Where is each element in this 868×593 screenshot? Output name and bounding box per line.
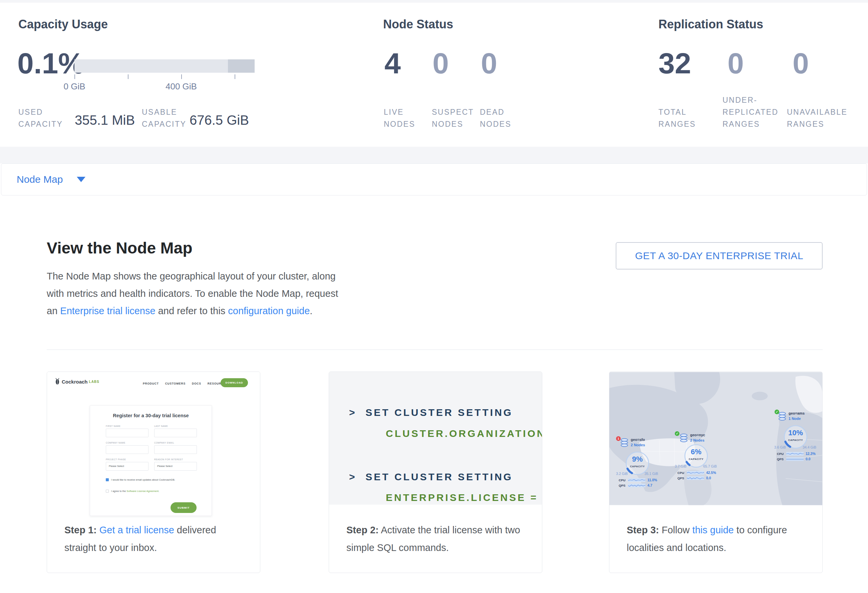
cluster-overview-page: Capacity Usage 0.1% 0 GiB 400 GiB USED C… [0, 0, 868, 593]
license-agreement-checkbox: I agree to the Software License Agreemen… [106, 490, 202, 493]
page-title: View the Node Map [47, 239, 193, 257]
under-replicated-ranges-label: UNDER- REPLICATED RANGES [722, 94, 779, 130]
nodemap-dropdown-bar[interactable]: Node Map [1, 163, 867, 196]
capacity-bar-nonusable-segment [228, 59, 255, 73]
cpu-sparkline-icon [628, 478, 645, 482]
enterprise-trial-license-link[interactable]: Enterprise trial license [60, 306, 155, 316]
cpu-metric: CPU 11.0% [619, 478, 658, 482]
nodemap-enterprise-section: View the Node Map The Node Map shows the… [0, 196, 868, 593]
company-email-input [154, 445, 197, 454]
cpu-metric: CPU 42.5% [678, 471, 717, 475]
total-ranges-label: TOTAL RANGES [658, 106, 696, 130]
sql-statement: > SET CLUSTER SETTING [349, 471, 513, 483]
chevron-down-icon[interactable] [77, 177, 86, 182]
step3-caption: Step 3: Follow this guide to configure l… [627, 521, 809, 557]
get-enterprise-trial-button[interactable]: GET A 30-DAY ENTERPRISE TRIAL [616, 242, 822, 269]
cockroach-labs-logo: Cockroach LABS [55, 378, 99, 385]
qps-sparkline-icon [786, 457, 804, 461]
qps-sparkline-icon [687, 476, 704, 480]
project-phase-select: Please Select [106, 462, 149, 471]
live-nodes-label: LIVE NODES [384, 106, 415, 130]
live-nodes-value: 4 [384, 49, 401, 78]
submit-button: SUBMIT [171, 502, 196, 513]
configuration-guide-link[interactable]: configuration guide [228, 306, 310, 316]
qps-sparkline-icon [628, 484, 645, 487]
field-label: PROJECT PHASE [106, 458, 126, 461]
qps-metric: QPS 0.0 [777, 457, 816, 461]
dead-nodes-label: DEAD NODES [480, 106, 511, 130]
cpu-sparkline-icon [786, 452, 804, 456]
used-capacity-value: 355.1 MiB [75, 113, 135, 128]
nav-item: DOCS [192, 382, 201, 385]
get-trial-license-link[interactable]: Get a trial license [99, 525, 174, 535]
cluster-summary-panel: Capacity Usage 0.1% 0 GiB 400 GiB USED C… [0, 3, 868, 147]
download-button: DOWNLOAD [221, 378, 248, 387]
last-name-input [154, 428, 197, 437]
sql-argument: CLUSTER.ORGANIZATION = [386, 428, 542, 439]
intro-paragraph: The Node Map shows the geographical layo… [47, 268, 350, 319]
usable-capacity-label: USABLE CAPACITY [142, 106, 186, 130]
axis-tick [181, 74, 182, 79]
field-label: COMPANY NAME [106, 441, 125, 444]
step2-caption: Step 2: Activate the trial license with … [346, 521, 528, 557]
nav-item: PRODUCT [143, 382, 159, 385]
node-map-preview: 1 geo=sfo 2 Nodes 9% CAPACITY 3.2 GiB35.… [610, 372, 822, 505]
used-capacity-label: USED CAPACITY [18, 106, 63, 130]
step3-card: 1 geo=sfo 2 Nodes 9% CAPACITY 3.2 GiB35.… [609, 372, 822, 573]
check-badge-icon: ✓ [675, 431, 679, 436]
form-title: Register for a 30-day trial license [90, 413, 211, 418]
unavailable-ranges-value: 0 [793, 49, 809, 78]
trial-signup-screenshot: Cockroach LABS PRODUCT CUSTOMERS DOCS RE… [47, 372, 260, 520]
used-gib: 3.6 GiB [774, 445, 786, 449]
total-ranges-value: 32 [658, 49, 691, 78]
step1-card: Cockroach LABS PRODUCT CUSTOMERS DOCS RE… [47, 372, 260, 573]
unavailable-ranges-label: UNAVAILABLE RANGES [787, 106, 847, 130]
sql-argument: ENTERPRISE.LICENSE = [386, 492, 538, 503]
section-gap [0, 147, 868, 163]
cpu-metric: CPU 12.3% [777, 452, 816, 456]
this-guide-link[interactable]: this guide [692, 525, 734, 535]
total-gib: 34.4 GiB [803, 445, 816, 449]
qps-metric: QPS 0.0 [678, 476, 717, 480]
axis-tick [74, 74, 75, 79]
field-label: REASON FOR INTEREST [154, 458, 183, 461]
first-name-input [106, 428, 149, 437]
sql-code-illustration: > SET CLUSTER SETTING CLUSTER.ORGANIZATI… [329, 372, 542, 505]
intro-text: and refer to this [155, 306, 228, 316]
under-replicated-ranges-value: 0 [728, 49, 744, 78]
intro-text: . [310, 306, 312, 316]
nodemap-dropdown-label[interactable]: Node Map [17, 174, 63, 185]
axis-tick-label: 0 GiB [51, 81, 98, 92]
email-updates-checkbox: I would like to receive email updates ab… [106, 478, 202, 481]
usable-capacity-value: 676.5 GiB [190, 113, 249, 128]
cockroach-bug-icon [55, 378, 60, 385]
trial-license-form: Register for a 30-day trial license FIRS… [90, 405, 212, 516]
field-label: FIRST NAME [106, 425, 121, 427]
used-gib: 3.7 GiB [675, 464, 686, 468]
nav-item: CUSTOMERS [165, 382, 186, 385]
reason-select: Please Select [154, 462, 197, 471]
database-nodes-icon [620, 438, 629, 447]
checkbox-empty-icon [106, 490, 109, 493]
suspect-nodes-label: SUSPECT NODES [432, 106, 474, 130]
axis-tick [235, 74, 235, 79]
axis-tick-label: 400 GiB [158, 81, 205, 92]
step2-card: > SET CLUSTER SETTING CLUSTER.ORGANIZATI… [329, 372, 542, 573]
node-status-title: Node Status [383, 17, 453, 31]
qps-metric: QPS 4.7 [619, 483, 658, 487]
software-license-link: Software License Agreement. [127, 490, 159, 493]
page-background-strip [0, 0, 868, 3]
sql-statement: > SET CLUSTER SETTING [349, 407, 513, 418]
company-name-input [106, 445, 149, 454]
field-label: COMPANY EMAIL [154, 441, 174, 444]
replication-status-title: Replication Status [658, 17, 763, 31]
database-nodes-icon [778, 412, 787, 421]
dead-nodes-value: 0 [481, 49, 497, 78]
suspect-nodes-value: 0 [433, 49, 449, 78]
used-gib: 3.2 GiB [616, 472, 628, 475]
checkbox-checked-icon [106, 478, 109, 481]
field-label: LAST NAME [154, 425, 168, 427]
database-nodes-icon [679, 433, 688, 443]
step1-caption: Step 1: Get a trial license delivered st… [64, 521, 246, 557]
capacity-usage-title: Capacity Usage [18, 17, 108, 31]
